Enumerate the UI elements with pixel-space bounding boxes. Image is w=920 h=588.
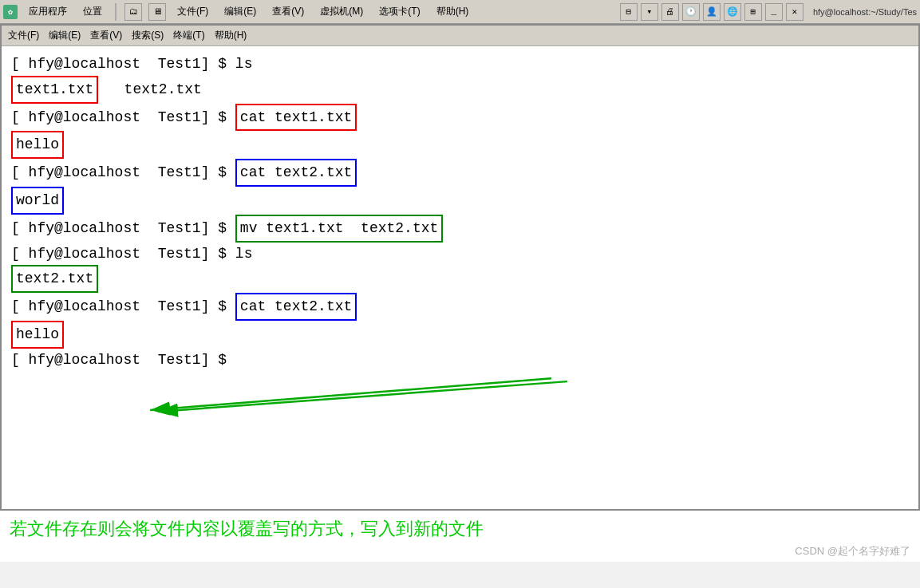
terminal-window: 文件(F) 编辑(E) 查看(V) 搜索(S) 终端(T) 帮助(H) [ hf… [0,24,920,511]
arrows-svg [11,372,909,436]
term-line-3: [ hfy@localhost Test1] $ cat text1.txt [11,104,909,132]
menu-vm[interactable]: 虚拟机(M) [315,3,368,20]
output-world: world [11,187,64,215]
close-icon[interactable]: ✕ [786,3,804,21]
window-icon[interactable]: ⊞ [744,3,762,21]
terminal-content: [ hfy@localhost Test1] $ ls text1.txt te… [2,46,918,509]
term-line-12: [ hfy@localhost Test1] $ [11,349,909,372]
cmd-cat-text2-2: cat text2.txt [235,293,357,321]
arrow-cat-to-hello [150,378,551,410]
term-line-4: hello [11,131,909,159]
term-menu-file[interactable]: 文件(F) [8,29,39,42]
separator [115,3,116,21]
output-hello-2: hello [11,321,64,349]
network-icon[interactable]: 🌐 [724,3,741,21]
term-menu-view[interactable]: 查看(V) [90,29,122,42]
cmd-cat-text2: cat text2.txt [235,159,357,187]
prompt-5: [ hfy@localhost Test1] $ [11,161,235,184]
term-menu-help[interactable]: 帮助(H) [215,29,247,42]
term-line-9: text2.txt [11,265,909,293]
prompt-8: [ hfy@localhost Test1] $ ls [11,243,252,266]
term-line-2: text1.txt text2.txt [11,76,909,104]
file-text2-after-mv: text2.txt [11,265,98,293]
file-text1-box: text1.txt [11,76,98,104]
output-hello-1: hello [11,131,64,159]
clock-icon[interactable]: 🕐 [682,3,700,21]
cmd-mv: mv text1.txt text2.txt [235,215,443,243]
term-line-5: [ hfy@localhost Test1] $ cat text2.txt [11,159,909,187]
term-menu-terminal[interactable]: 终端(T) [173,29,204,42]
menu-location[interactable]: 位置 [78,3,107,20]
prompt-1: [ hfy@localhost Test1] $ ls [11,53,252,76]
term-line-1: [ hfy@localhost Test1] $ ls [11,53,909,76]
dropdown-icon[interactable]: ▾ [641,3,658,21]
menu-view[interactable]: 查看(V) [267,3,309,20]
caption-area: 若文件存在则会将文件内容以覆盖写的方式，写入到新的文件 CSDN @起个名字好难… [0,511,920,562]
prompt-10: [ hfy@localhost Test1] $ [11,295,235,318]
menu-help[interactable]: 帮助(H) [432,3,474,20]
csdn-label: CSDN @起个名字好难了 [0,544,920,562]
app-icon: ✿ [3,5,18,19]
menu-edit[interactable]: 编辑(E) [219,3,261,20]
prompt-3: [ hfy@localhost Test1] $ [11,106,235,129]
menu-file[interactable]: 文件(F) [172,3,213,20]
term-line-10: [ hfy@localhost Test1] $ cat text2.txt [11,293,909,321]
file-manager-icon[interactable]: 🗂 [124,3,142,21]
file-text2: text2.txt [98,78,202,101]
app-menubar: ✿ 应用程序 位置 🗂 🖥 文件(F) 编辑(E) 查看(V) 虚拟机(M) 选… [0,0,920,24]
terminal-menubar: 文件(F) 编辑(E) 查看(V) 搜索(S) 终端(T) 帮助(H) [2,26,918,46]
menu-app[interactable]: 应用程序 [24,3,72,20]
term-line-11: hello [11,321,909,349]
prompt-12: [ hfy@localhost Test1] $ [11,349,227,372]
split-icon[interactable]: ⊟ [620,3,638,21]
menu-tab[interactable]: 选项卡(T) [374,3,424,20]
term-line-6: world [11,187,909,215]
terminal-icon[interactable]: 🖥 [148,3,166,21]
print-icon[interactable]: 🖨 [661,3,679,21]
user-icon[interactable]: 👤 [703,3,721,21]
term-line-7: [ hfy@localhost Test1] $ mv text1.txt te… [11,215,909,243]
prompt-7: [ hfy@localhost Test1] $ [11,217,235,240]
toolbar-icons: ⊟ ▾ 🖨 🕐 👤 🌐 ⊞ _ ✕ hfy@localhost:~/Study/… [620,3,917,21]
cmd-cat-text1: cat text1.txt [235,104,357,132]
minimize-icon[interactable]: _ [765,3,783,21]
term-menu-search[interactable]: 搜索(S) [132,29,164,42]
term-line-8: [ hfy@localhost Test1] $ ls [11,243,909,266]
term-menu-edit[interactable]: 编辑(E) [49,29,81,42]
caption-text: 若文件存在则会将文件内容以覆盖写的方式，写入到新的文件 [0,511,920,544]
arrow-cat-to-hello-2 [158,381,567,412]
window-title: hfy@localhost:~/Study/Tes [813,7,917,17]
